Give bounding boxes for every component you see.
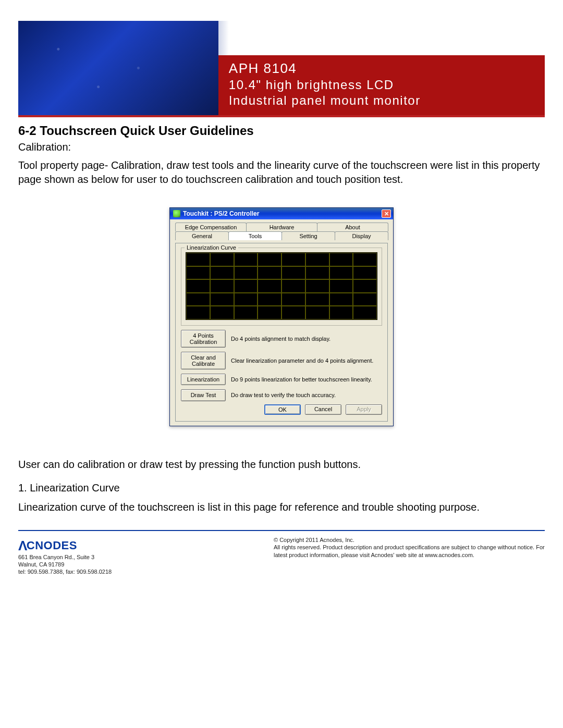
tab-strip: Edge Compensation Hardware About General… — [175, 223, 388, 240]
tab-about[interactable]: About — [317, 223, 388, 231]
fn-row-linearization: Linearization Do 9 points linearization … — [181, 374, 382, 385]
tab-hardware[interactable]: Hardware — [246, 223, 317, 231]
ok-button[interactable]: OK — [264, 404, 301, 415]
tab-display[interactable]: Display — [335, 231, 388, 240]
linearization-desc: Do 9 points linearization for better tou… — [231, 376, 382, 383]
banner-desc1: 10.4" high brightness LCD — [229, 78, 534, 92]
footer-copy2: All rights reserved. Product description… — [274, 544, 545, 559]
draw-test-button[interactable]: Draw Test — [181, 389, 226, 401]
draw-test-desc: Do draw test to verify the touch accurac… — [231, 392, 382, 399]
clear-and-calibrate-desc: Clear linearization parameter and do 4 p… — [231, 357, 382, 364]
banner-image — [18, 21, 218, 115]
intro-paragraph: Tool property page- Calibration, draw te… — [18, 158, 545, 187]
footer-copyright-block: © Copyright 2011 Acnodes, Inc. All right… — [274, 536, 545, 560]
footer-addr2: Walnut, CA 91789 — [18, 561, 112, 569]
footer-copy1: © Copyright 2011 Acnodes, Inc. — [274, 536, 545, 544]
four-points-calibration-button[interactable]: 4 Points Calibration — [181, 330, 226, 348]
clear-and-calibrate-button[interactable]: Clear and Calibrate — [181, 352, 226, 369]
logo-text: CNODES — [27, 539, 77, 552]
banner-model: APH 8104 — [229, 60, 534, 77]
dialog-app-icon — [173, 210, 180, 217]
close-icon[interactable]: ✕ — [382, 209, 391, 218]
fn-row-clear: Clear and Calibrate Clear linearization … — [181, 352, 382, 369]
tab-general[interactable]: General — [175, 231, 229, 240]
list-item-1-title: 1. Linearization Curve — [18, 481, 545, 495]
banner-text: APH 8104 10.4" high brightness LCD Indus… — [218, 55, 545, 115]
dialog-title: Touchkit : PS/2 Controller — [183, 210, 259, 217]
post-para: User can do calibration or draw test by … — [18, 458, 545, 472]
subhead-calibration: Calibration: — [18, 141, 545, 153]
footer-address-block: ΛCNODES 661 Brea Canyon Rd., Suite 3 Wal… — [18, 536, 112, 576]
footer-phone: tel: 909.598.7388, fax: 909.598.0218 — [18, 569, 112, 576]
dialog-titlebar: Touchkit : PS/2 Controller ✕ — [170, 208, 393, 219]
fn-row-drawtest: Draw Test Do draw test to verify the tou… — [181, 389, 382, 401]
banner-desc2: Industrial panel mount monitor — [229, 93, 534, 108]
tab-pane-tools: Linearization Curve 4 Points Calibration — [175, 243, 388, 422]
tab-edge-compensation[interactable]: Edge Compensation — [175, 223, 247, 231]
apply-button: Apply — [346, 404, 382, 415]
cancel-button[interactable]: Cancel — [305, 404, 341, 415]
linearization-button[interactable]: Linearization — [181, 374, 226, 385]
footer-addr1: 661 Brea Canyon Rd., Suite 3 — [18, 554, 112, 561]
touchkit-dialog: Touchkit : PS/2 Controller ✕ Edge Compen… — [169, 207, 394, 426]
tab-tools[interactable]: Tools — [228, 231, 282, 240]
list-item-1-body: Linearization curve of the touchscreen i… — [18, 500, 545, 514]
page-footer: ΛCNODES 661 Brea Canyon Rd., Suite 3 Wal… — [18, 530, 545, 576]
fn-row-4points: 4 Points Calibration Do 4 points alignme… — [181, 330, 382, 348]
logo-caret-icon: Λ — [18, 538, 28, 553]
acnodes-logo: ΛCNODES — [18, 536, 112, 553]
section-title: 6-2 Touchscreen Quick User Guidelines — [18, 124, 545, 138]
linearization-group-label: Linearization Curve — [185, 244, 238, 251]
tab-setting[interactable]: Setting — [282, 231, 335, 240]
four-points-desc: Do 4 points alignment to match display. — [231, 336, 382, 342]
header-banner: APH 8104 10.4" high brightness LCD Indus… — [18, 21, 545, 117]
linearization-group: Linearization Curve — [181, 248, 382, 326]
linearization-grid — [186, 252, 377, 320]
